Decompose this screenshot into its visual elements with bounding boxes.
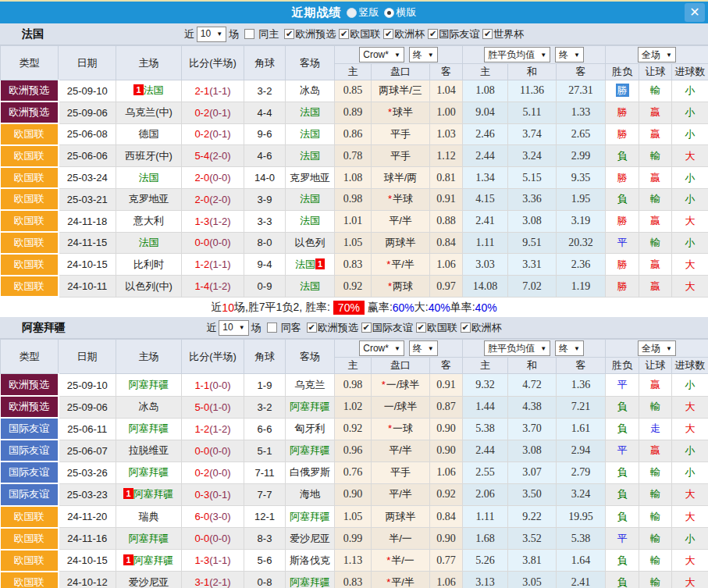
scope-select[interactable]: 全场▼ (638, 47, 676, 62)
cell-away-team: 白俄罗斯 (286, 461, 335, 483)
same-side-checkbox[interactable] (267, 323, 277, 333)
cell-away-team: 以色列 (286, 232, 335, 254)
radio-vertical-label[interactable]: 竖版 (359, 5, 379, 20)
layout-radio-horizontal[interactable]: 横版 (381, 5, 417, 20)
scope-select[interactable]: 全场▼ (638, 340, 676, 356)
near-count-select[interactable]: 10 ▼ (197, 27, 226, 42)
chevron-down-icon: ▼ (574, 48, 580, 62)
league-filter-checkbox[interactable]: ✔ (416, 323, 426, 333)
cell-avg-draw: 3.52 (508, 528, 557, 550)
cell-corners: 1-9 (244, 374, 286, 396)
same-side-checkbox[interactable] (244, 29, 254, 39)
odds-final-select[interactable]: 终▼ (409, 47, 438, 62)
match-row: 欧国联24-10-11以色列(中)1-4(1-2)0-9法国0.92*两球0.9… (1, 276, 708, 298)
avg-final-select[interactable]: 终▼ (555, 340, 584, 356)
cell-handicap-result: 輸 (639, 80, 672, 102)
cell-avg-away: 20.32 (557, 232, 606, 254)
match-row: 国际友谊25-06-07拉脱维亚0-0(0-0)5-1阿塞拜疆0.96平/半0.… (1, 440, 708, 461)
cell-home-team: 阿塞拜疆 (116, 528, 182, 550)
avg-final-select[interactable]: 终▼ (555, 47, 584, 62)
cell-avg-draw: 3.36 (508, 188, 557, 210)
league-filter-item[interactable]: ✔欧洲杯 (380, 27, 425, 41)
league-filter-checkbox[interactable]: ✔ (461, 323, 471, 333)
team-label: 法国 (300, 128, 320, 140)
odds-final-select[interactable]: 终▼ (409, 340, 438, 356)
league-filter-checkbox[interactable]: ✔ (307, 323, 317, 333)
cell-away-team: 冰岛 (286, 80, 335, 102)
cell-score: 5-4(2-0) (182, 145, 244, 167)
cell-date: 24-10-15 (59, 550, 116, 572)
league-filter-checkbox[interactable]: ✔ (428, 29, 438, 39)
red-number-badge: 1 (133, 84, 143, 95)
cell-result: 負 (606, 418, 639, 440)
cell-odds-home: 0.99 (335, 528, 372, 550)
cell-avg-home: 5.26 (463, 550, 508, 572)
radio-selected-icon[interactable] (384, 8, 394, 18)
cell-avg-home: 1.68 (463, 528, 508, 550)
league-filter-item[interactable]: ✔欧国联 (413, 321, 457, 335)
cell-date: 25-03-21 (59, 188, 116, 210)
league-filter-item[interactable]: ✔国际友谊 (358, 321, 413, 335)
league-filter-checkbox[interactable]: ✔ (361, 323, 372, 333)
league-filter-checkbox[interactable]: ✔ (284, 29, 294, 39)
league-badge: 国际友谊 (1, 461, 59, 483)
sub-column-header: 和 (508, 358, 557, 374)
team-label: 法国 (300, 215, 320, 226)
team-label: 阿塞拜疆 (129, 379, 169, 390)
league-filter-label: 世界杯 (493, 27, 524, 41)
cell-handicap-result: 贏 (639, 167, 672, 189)
cell-avg-home: 5.38 (463, 418, 508, 440)
league-filter-item[interactable]: ✔欧洲预选 (281, 27, 336, 41)
league-filter-item[interactable]: ✔欧国联 (336, 27, 380, 41)
company-select[interactable]: Crow*▼ (359, 340, 404, 356)
team-label: 阿塞拜疆 (290, 511, 330, 522)
radio-horizontal-label[interactable]: 横版 (397, 5, 417, 20)
sub-column-header: 主 (463, 358, 508, 374)
team-label: 法国 (144, 84, 164, 96)
close-button[interactable]: ✕ (685, 3, 705, 22)
cell-home-team: 法国 (116, 167, 182, 189)
cell-corners: 0-9 (244, 276, 286, 298)
cell-avg-away: 1.95 (557, 188, 606, 210)
league-filter-checkbox[interactable]: ✔ (383, 29, 393, 39)
league-badge: 欧国联 (1, 550, 59, 572)
cell-corners: 3-9 (244, 188, 286, 210)
cell-odds-home: 1.08 (335, 167, 372, 189)
cell-corners: 3-2 (244, 396, 286, 418)
match-row: 欧洲预选25-09-06乌克兰(中)0-2(0-1)4-4法国0.89*球半1.… (1, 102, 708, 123)
cell-score: 0-0(0-0) (182, 232, 244, 254)
cell-avg-draw: 7.02 (508, 276, 557, 298)
cell-odds-away: 0.90 (430, 418, 463, 440)
cell-odds-away: 1.06 (430, 461, 463, 483)
near-label: 近 (184, 27, 194, 41)
league-filter-checkbox[interactable]: ✔ (339, 29, 349, 39)
cell-odds-away: 1.03 (430, 123, 463, 145)
league-badge: 欧国联 (1, 167, 59, 189)
sub-column-header: 胜负 (606, 64, 639, 80)
cell-handicap: 两球半 (372, 506, 430, 528)
league-filter-item[interactable]: ✔欧洲杯 (457, 321, 502, 335)
league-filter-item[interactable]: ✔世界杯 (479, 27, 524, 41)
radio-icon[interactable] (347, 8, 357, 18)
avg-group-header: 胜平负均值▼终▼ (463, 340, 606, 358)
cell-odds-home: 1.01 (335, 210, 372, 232)
cell-away-team: 法国 (286, 123, 335, 145)
avg-select[interactable]: 胜平负均值▼ (484, 47, 550, 62)
dialog-titlebar: 近期战绩 竖版 横版 ✕ (0, 2, 708, 23)
league-filter-item[interactable]: ✔国际友谊 (425, 27, 479, 41)
cell-odds-home: 1.05 (335, 232, 372, 254)
team-label: 克罗地亚 (129, 193, 169, 205)
cell-goals-result: 大 (672, 418, 708, 440)
cell-result: 負 (606, 396, 639, 418)
avg-select[interactable]: 胜平负均值▼ (484, 340, 550, 356)
layout-radio-vertical[interactable]: 竖版 (343, 5, 379, 20)
league-filter-item[interactable]: ✔欧洲预选 (304, 321, 358, 335)
column-header: 主场 (116, 46, 182, 80)
cell-corners: 6-6 (244, 418, 286, 440)
odds-group-header: Crow*▼终▼ (335, 46, 463, 64)
league-filter-checkbox[interactable]: ✔ (482, 29, 493, 39)
cell-avg-away: 2.41 (557, 572, 606, 588)
near-count-select[interactable]: 10 ▼ (219, 320, 248, 336)
chevron-down-icon: ▼ (239, 321, 245, 334)
company-select[interactable]: Crow*▼ (359, 47, 404, 62)
